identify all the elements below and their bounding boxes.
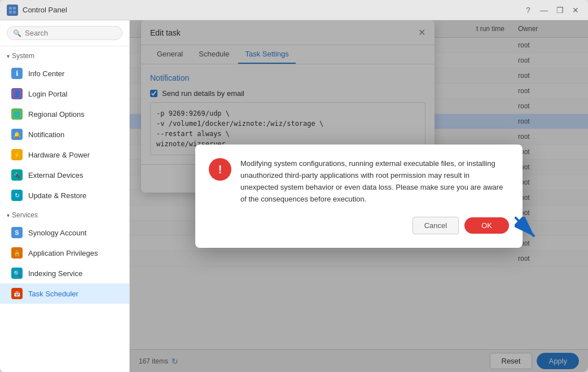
notification-icon: 🔔 xyxy=(11,129,23,140)
login-portal-icon: 👤 xyxy=(11,88,23,99)
main-content: 🔍 ▾ System ℹ Info Center 👤 Login Portal xyxy=(0,20,588,372)
update-restore-icon: ↻ xyxy=(11,190,23,201)
chevron-down-icon: ▾ xyxy=(7,53,10,59)
warning-overlay: ! Modifying system configurations, runni… xyxy=(130,20,588,372)
sidebar-search-area: 🔍 xyxy=(0,20,129,46)
warning-dialog: ! Modifying system configurations, runni… xyxy=(195,145,523,247)
notification-label: Notification xyxy=(28,130,64,139)
task-scheduler-label: Task Scheduler xyxy=(28,290,78,298)
login-portal-label: Login Portal xyxy=(28,90,67,98)
synology-account-icon: S xyxy=(11,227,23,238)
indexing-service-label: Indexing Service xyxy=(28,269,82,278)
regional-options-label: Regional Options xyxy=(28,110,85,119)
arrow-wrapper: OK xyxy=(464,217,509,234)
close-button[interactable]: ✕ xyxy=(570,5,581,16)
sidebar-item-regional-options[interactable]: 🌐 Regional Options xyxy=(0,104,129,124)
services-section-header[interactable]: ▾ Services xyxy=(0,208,129,222)
hardware-power-icon: ⚡ xyxy=(11,149,23,160)
sidebar-item-task-scheduler[interactable]: 📅 Task Scheduler xyxy=(0,283,129,304)
sidebar-item-update-restore[interactable]: ↻ Update & Restore xyxy=(0,185,129,205)
sidebar-item-external-devices[interactable]: 🔌 External Devices xyxy=(0,165,129,185)
svg-rect-1 xyxy=(13,7,16,10)
info-center-icon: ℹ xyxy=(11,68,23,79)
search-input[interactable] xyxy=(25,29,116,37)
warning-message: Modifying system configurations, running… xyxy=(240,158,509,205)
svg-line-5 xyxy=(515,217,534,237)
minimize-button[interactable]: — xyxy=(538,5,550,16)
sidebar-item-notification[interactable]: 🔔 Notification xyxy=(0,124,129,145)
search-icon: 🔍 xyxy=(13,29,21,37)
maximize-button[interactable]: ❐ xyxy=(554,5,565,16)
window-title: Control Panel xyxy=(23,6,523,14)
svg-rect-2 xyxy=(9,11,12,14)
hardware-power-label: Hardware & Power xyxy=(28,151,90,159)
sidebar: 🔍 ▾ System ℹ Info Center 👤 Login Portal xyxy=(0,20,130,372)
warning-cancel-button[interactable]: Cancel xyxy=(413,217,459,234)
warning-icon: ! xyxy=(209,158,231,181)
app-icon xyxy=(7,5,18,16)
sidebar-item-application-privileges[interactable]: 🔒 Application Privileges xyxy=(0,243,129,263)
main-area: t run time Owner root root root root roo… xyxy=(130,20,588,372)
sidebar-section-system: ▾ System ℹ Info Center 👤 Login Portal 🌐 … xyxy=(0,49,129,205)
sidebar-item-indexing-service[interactable]: 🔍 Indexing Service xyxy=(0,263,129,283)
synology-account-label: Synology Account xyxy=(28,229,86,237)
sidebar-item-synology-account[interactable]: S Synology Account xyxy=(0,222,129,243)
external-devices-icon: 🔌 xyxy=(11,169,23,181)
control-panel-window: Control Panel ? — ❐ ✕ 🔍 ▾ System xyxy=(0,0,588,372)
application-privileges-label: Application Privileges xyxy=(28,249,98,257)
system-section-header[interactable]: ▾ System xyxy=(0,49,129,63)
sidebar-section-services: ▾ Services S Synology Account 🔒 Applicat… xyxy=(0,208,129,304)
svg-rect-3 xyxy=(13,11,16,14)
blue-arrow-indicator xyxy=(515,217,543,245)
task-scheduler-icon: 📅 xyxy=(11,288,23,299)
external-devices-label: External Devices xyxy=(28,171,84,180)
search-box[interactable]: 🔍 xyxy=(7,26,122,40)
sidebar-item-info-center[interactable]: ℹ Info Center xyxy=(0,63,129,84)
system-section-label: System xyxy=(12,52,34,60)
sidebar-item-hardware-power[interactable]: ⚡ Hardware & Power xyxy=(0,145,129,165)
indexing-service-icon: 🔍 xyxy=(11,268,23,279)
chevron-down-icon-services: ▾ xyxy=(7,212,10,218)
update-restore-label: Update & Restore xyxy=(28,191,86,200)
titlebar: Control Panel ? — ❐ ✕ xyxy=(0,0,588,20)
application-privileges-icon: 🔒 xyxy=(11,247,23,259)
exclamation-icon: ! xyxy=(218,163,222,176)
window-controls: ? — ❐ ✕ xyxy=(523,5,581,16)
warning-buttons: Cancel OK xyxy=(209,217,509,234)
regional-options-icon: 🌐 xyxy=(11,108,23,120)
help-button[interactable]: ? xyxy=(523,5,534,16)
warning-ok-button[interactable]: OK xyxy=(464,217,509,234)
warning-content: ! Modifying system configurations, runni… xyxy=(209,158,509,205)
svg-rect-0 xyxy=(9,7,12,10)
sidebar-item-login-portal[interactable]: 👤 Login Portal xyxy=(0,84,129,104)
info-center-label: Info Center xyxy=(28,69,64,78)
services-section-label: Services xyxy=(12,211,38,219)
